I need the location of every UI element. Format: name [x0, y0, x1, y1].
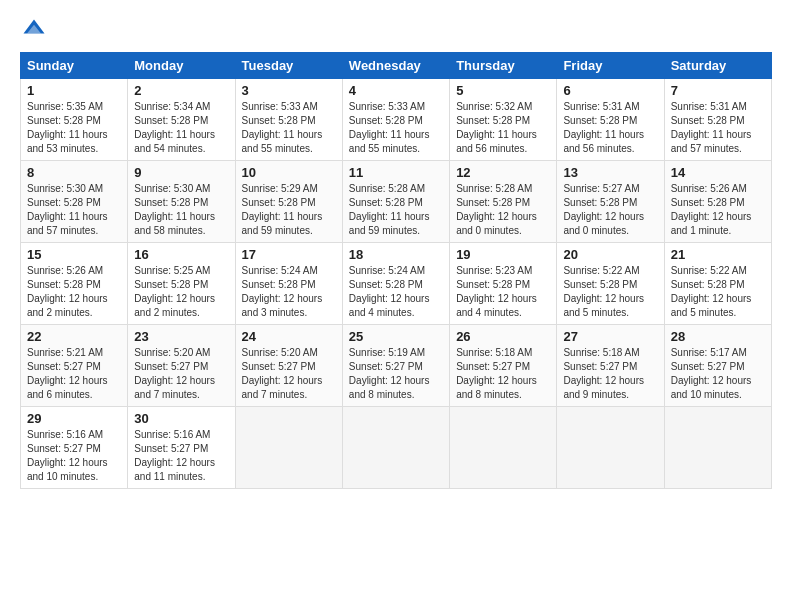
day-cell: 18Sunrise: 5:24 AM Sunset: 5:28 PM Dayli… [342, 243, 449, 325]
header [20, 16, 772, 44]
day-number: 30 [134, 411, 228, 426]
day-info: Sunrise: 5:16 AM Sunset: 5:27 PM Dayligh… [27, 428, 121, 484]
day-cell: 14Sunrise: 5:26 AM Sunset: 5:28 PM Dayli… [664, 161, 771, 243]
day-number: 13 [563, 165, 657, 180]
day-cell: 8Sunrise: 5:30 AM Sunset: 5:28 PM Daylig… [21, 161, 128, 243]
day-number: 1 [27, 83, 121, 98]
day-number: 27 [563, 329, 657, 344]
day-number: 21 [671, 247, 765, 262]
day-info: Sunrise: 5:18 AM Sunset: 5:27 PM Dayligh… [456, 346, 550, 402]
day-info: Sunrise: 5:34 AM Sunset: 5:28 PM Dayligh… [134, 100, 228, 156]
weekday-header-friday: Friday [557, 53, 664, 79]
day-info: Sunrise: 5:35 AM Sunset: 5:28 PM Dayligh… [27, 100, 121, 156]
day-cell: 5Sunrise: 5:32 AM Sunset: 5:28 PM Daylig… [450, 79, 557, 161]
day-info: Sunrise: 5:30 AM Sunset: 5:28 PM Dayligh… [27, 182, 121, 238]
day-cell [557, 407, 664, 489]
logo-area [20, 16, 52, 44]
day-cell [450, 407, 557, 489]
day-cell: 15Sunrise: 5:26 AM Sunset: 5:28 PM Dayli… [21, 243, 128, 325]
day-number: 26 [456, 329, 550, 344]
day-number: 24 [242, 329, 336, 344]
day-info: Sunrise: 5:21 AM Sunset: 5:27 PM Dayligh… [27, 346, 121, 402]
day-number: 10 [242, 165, 336, 180]
day-cell: 10Sunrise: 5:29 AM Sunset: 5:28 PM Dayli… [235, 161, 342, 243]
day-cell: 28Sunrise: 5:17 AM Sunset: 5:27 PM Dayli… [664, 325, 771, 407]
day-info: Sunrise: 5:27 AM Sunset: 5:28 PM Dayligh… [563, 182, 657, 238]
weekday-header-saturday: Saturday [664, 53, 771, 79]
day-number: 28 [671, 329, 765, 344]
day-number: 5 [456, 83, 550, 98]
day-number: 4 [349, 83, 443, 98]
day-cell: 27Sunrise: 5:18 AM Sunset: 5:27 PM Dayli… [557, 325, 664, 407]
day-cell: 1Sunrise: 5:35 AM Sunset: 5:28 PM Daylig… [21, 79, 128, 161]
day-info: Sunrise: 5:17 AM Sunset: 5:27 PM Dayligh… [671, 346, 765, 402]
day-info: Sunrise: 5:22 AM Sunset: 5:28 PM Dayligh… [563, 264, 657, 320]
day-number: 7 [671, 83, 765, 98]
day-info: Sunrise: 5:28 AM Sunset: 5:28 PM Dayligh… [456, 182, 550, 238]
day-cell: 4Sunrise: 5:33 AM Sunset: 5:28 PM Daylig… [342, 79, 449, 161]
day-number: 19 [456, 247, 550, 262]
day-info: Sunrise: 5:33 AM Sunset: 5:28 PM Dayligh… [242, 100, 336, 156]
day-number: 20 [563, 247, 657, 262]
day-info: Sunrise: 5:19 AM Sunset: 5:27 PM Dayligh… [349, 346, 443, 402]
day-number: 3 [242, 83, 336, 98]
day-cell: 11Sunrise: 5:28 AM Sunset: 5:28 PM Dayli… [342, 161, 449, 243]
day-info: Sunrise: 5:28 AM Sunset: 5:28 PM Dayligh… [349, 182, 443, 238]
day-cell: 24Sunrise: 5:20 AM Sunset: 5:27 PM Dayli… [235, 325, 342, 407]
week-row-0: 1Sunrise: 5:35 AM Sunset: 5:28 PM Daylig… [21, 79, 772, 161]
day-info: Sunrise: 5:25 AM Sunset: 5:28 PM Dayligh… [134, 264, 228, 320]
week-row-3: 22Sunrise: 5:21 AM Sunset: 5:27 PM Dayli… [21, 325, 772, 407]
day-cell: 21Sunrise: 5:22 AM Sunset: 5:28 PM Dayli… [664, 243, 771, 325]
day-info: Sunrise: 5:22 AM Sunset: 5:28 PM Dayligh… [671, 264, 765, 320]
calendar-table: SundayMondayTuesdayWednesdayThursdayFrid… [20, 52, 772, 489]
day-cell: 3Sunrise: 5:33 AM Sunset: 5:28 PM Daylig… [235, 79, 342, 161]
day-cell: 30Sunrise: 5:16 AM Sunset: 5:27 PM Dayli… [128, 407, 235, 489]
day-cell: 19Sunrise: 5:23 AM Sunset: 5:28 PM Dayli… [450, 243, 557, 325]
weekday-header-tuesday: Tuesday [235, 53, 342, 79]
day-info: Sunrise: 5:18 AM Sunset: 5:27 PM Dayligh… [563, 346, 657, 402]
weekday-header-row: SundayMondayTuesdayWednesdayThursdayFrid… [21, 53, 772, 79]
day-info: Sunrise: 5:20 AM Sunset: 5:27 PM Dayligh… [242, 346, 336, 402]
day-number: 16 [134, 247, 228, 262]
day-number: 8 [27, 165, 121, 180]
day-cell [664, 407, 771, 489]
calendar-page: SundayMondayTuesdayWednesdayThursdayFrid… [0, 0, 792, 612]
day-info: Sunrise: 5:32 AM Sunset: 5:28 PM Dayligh… [456, 100, 550, 156]
day-cell: 17Sunrise: 5:24 AM Sunset: 5:28 PM Dayli… [235, 243, 342, 325]
day-cell: 12Sunrise: 5:28 AM Sunset: 5:28 PM Dayli… [450, 161, 557, 243]
day-info: Sunrise: 5:26 AM Sunset: 5:28 PM Dayligh… [27, 264, 121, 320]
day-number: 2 [134, 83, 228, 98]
day-cell: 26Sunrise: 5:18 AM Sunset: 5:27 PM Dayli… [450, 325, 557, 407]
weekday-header-sunday: Sunday [21, 53, 128, 79]
weekday-header-wednesday: Wednesday [342, 53, 449, 79]
week-row-2: 15Sunrise: 5:26 AM Sunset: 5:28 PM Dayli… [21, 243, 772, 325]
day-number: 15 [27, 247, 121, 262]
day-cell: 23Sunrise: 5:20 AM Sunset: 5:27 PM Dayli… [128, 325, 235, 407]
day-info: Sunrise: 5:29 AM Sunset: 5:28 PM Dayligh… [242, 182, 336, 238]
day-number: 23 [134, 329, 228, 344]
day-number: 11 [349, 165, 443, 180]
day-number: 6 [563, 83, 657, 98]
day-number: 18 [349, 247, 443, 262]
day-cell: 2Sunrise: 5:34 AM Sunset: 5:28 PM Daylig… [128, 79, 235, 161]
day-cell: 29Sunrise: 5:16 AM Sunset: 5:27 PM Dayli… [21, 407, 128, 489]
weekday-header-monday: Monday [128, 53, 235, 79]
day-number: 17 [242, 247, 336, 262]
day-cell: 6Sunrise: 5:31 AM Sunset: 5:28 PM Daylig… [557, 79, 664, 161]
day-cell: 25Sunrise: 5:19 AM Sunset: 5:27 PM Dayli… [342, 325, 449, 407]
day-info: Sunrise: 5:30 AM Sunset: 5:28 PM Dayligh… [134, 182, 228, 238]
day-info: Sunrise: 5:26 AM Sunset: 5:28 PM Dayligh… [671, 182, 765, 238]
day-number: 12 [456, 165, 550, 180]
week-row-1: 8Sunrise: 5:30 AM Sunset: 5:28 PM Daylig… [21, 161, 772, 243]
day-info: Sunrise: 5:33 AM Sunset: 5:28 PM Dayligh… [349, 100, 443, 156]
day-cell: 16Sunrise: 5:25 AM Sunset: 5:28 PM Dayli… [128, 243, 235, 325]
day-info: Sunrise: 5:31 AM Sunset: 5:28 PM Dayligh… [563, 100, 657, 156]
day-info: Sunrise: 5:16 AM Sunset: 5:27 PM Dayligh… [134, 428, 228, 484]
day-cell [342, 407, 449, 489]
day-number: 29 [27, 411, 121, 426]
day-cell [235, 407, 342, 489]
day-info: Sunrise: 5:20 AM Sunset: 5:27 PM Dayligh… [134, 346, 228, 402]
day-cell: 22Sunrise: 5:21 AM Sunset: 5:27 PM Dayli… [21, 325, 128, 407]
week-row-4: 29Sunrise: 5:16 AM Sunset: 5:27 PM Dayli… [21, 407, 772, 489]
day-cell: 9Sunrise: 5:30 AM Sunset: 5:28 PM Daylig… [128, 161, 235, 243]
